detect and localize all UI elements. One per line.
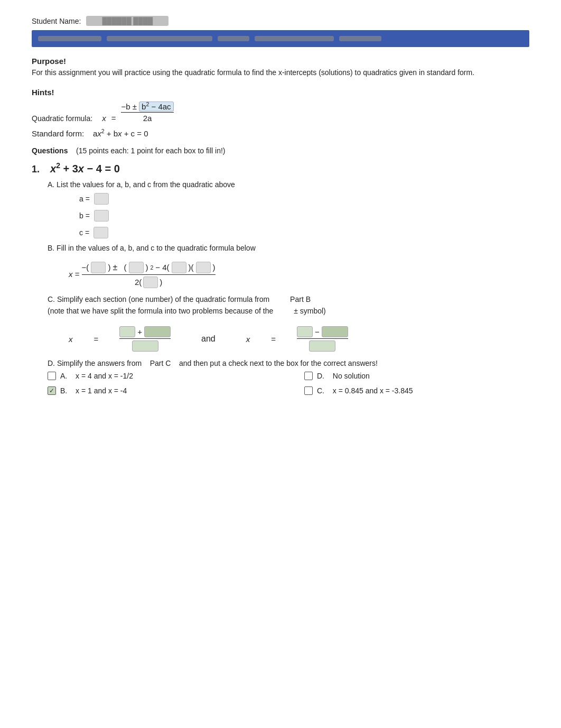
- answer-a-text: x = 4 and x = -1/2: [76, 372, 133, 380]
- student-name-row: Student Name: ██████ ████: [32, 16, 529, 26]
- fill-d-box[interactable]: [196, 262, 211, 273]
- fill-fraction: −() ± ()2 − 4()() 2(): [82, 262, 216, 288]
- problem-1: 1. x2 + 3x − 4 = 0: [32, 161, 529, 175]
- part-b-ref: Part B: [290, 295, 311, 303]
- problem-1-equation: x2 + 3x − 4 = 0: [50, 161, 120, 175]
- answers-grid: A. x = 4 and x = -1/2 D. No solution ✓ B…: [48, 372, 529, 395]
- simplify-num-2: −: [297, 326, 348, 339]
- checkbox-b[interactable]: ✓: [48, 386, 56, 395]
- and-text: and: [201, 334, 216, 344]
- banner-seg-1: [38, 36, 101, 41]
- simplify-den-2: [309, 339, 335, 352]
- part-c-label-start: C. Simplify each section (one number) of…: [48, 295, 269, 303]
- simplify-num-1: +: [119, 326, 171, 339]
- part-c-section: C. Simplify each section (one number) of…: [48, 293, 529, 352]
- answer-row-a: A. x = 4 and x = -1/2: [48, 372, 273, 380]
- a-fill-box[interactable]: [94, 193, 109, 205]
- questions-header: Questions (15 points each: 1 point for e…: [32, 146, 529, 155]
- fill-b-box[interactable]: [129, 262, 144, 273]
- quadratic-formula-fraction: −b ± b2 − 4ac 2a: [121, 101, 173, 123]
- part-a-label: A. List the values for a, b, and c from …: [48, 180, 529, 189]
- x-eq-c1: x: [69, 335, 73, 344]
- purpose-text: For this assignment you will practice us…: [32, 67, 529, 78]
- standard-form-block: Standard form: ax2 + bx + c = 0: [32, 128, 529, 138]
- answer-d-label: D.: [317, 372, 329, 380]
- banner-seg-4: [255, 36, 334, 41]
- answer-c-label: C.: [317, 386, 329, 395]
- fill-a-box[interactable]: [91, 262, 106, 273]
- checkbox-d[interactable]: [304, 372, 313, 380]
- b-fill-box[interactable]: [94, 210, 109, 222]
- c-label: c =: [79, 228, 89, 237]
- a-value-row: a =: [79, 193, 529, 205]
- fill-c-box[interactable]: [172, 262, 186, 273]
- shaded-top-2[interactable]: [144, 326, 171, 337]
- formula-fill-block: x = −() ± ()2 − 4()() 2(): [69, 262, 529, 288]
- equals-sign: =: [111, 114, 116, 123]
- x-eq-c2: x: [246, 335, 250, 344]
- part-d-section: D. Simplify the answers from Part C and …: [48, 359, 529, 395]
- banner-seg-2: [107, 36, 212, 41]
- simplify-frac-2: −: [297, 326, 348, 352]
- fill-e-box[interactable]: [143, 277, 158, 288]
- eq-c1: =: [94, 335, 99, 344]
- header-banner: [32, 30, 529, 47]
- pm-symbol-note: ± symbol): [294, 307, 326, 315]
- answer-c-text: x = 0.845 and x = -3.845: [333, 386, 413, 395]
- simplify-formula-row: x = + and x = −: [69, 326, 529, 352]
- answer-b-text: x = 1 and x = -4: [76, 386, 127, 395]
- part-b-section: B. Fill in the values of a, b, and c to …: [48, 244, 529, 288]
- shaded-top-3[interactable]: [297, 326, 313, 337]
- quadratic-formula-label: Quadratic formula:: [32, 114, 92, 123]
- standard-form-eq: ax2 + bx + c = 0: [93, 129, 148, 138]
- standard-form-label: Standard form:: [32, 129, 84, 138]
- purpose-section: Purpose! For this assignment you will pr…: [32, 57, 529, 78]
- purpose-title: Purpose!: [32, 57, 529, 66]
- c-value-row: c =: [79, 227, 529, 238]
- banner-seg-3: [218, 36, 249, 41]
- b-value-row: b =: [79, 210, 529, 222]
- quadratic-formula-block: Quadratic formula: x = −b ± b2 − 4ac 2a: [32, 101, 529, 123]
- fill-denominator: 2(): [135, 275, 162, 288]
- values-list: a = b = c =: [79, 193, 529, 238]
- part-c-label-end: (note that we have split the formula int…: [48, 307, 273, 315]
- part-d-end: and then put a check next to the box for…: [179, 359, 378, 367]
- checkbox-a[interactable]: [48, 372, 56, 380]
- shaded-bottom-1[interactable]: [132, 340, 158, 352]
- answer-row-d: D. No solution: [304, 372, 529, 380]
- shaded-top-4[interactable]: [322, 326, 348, 337]
- part-c-note: C. Simplify each section (one number) of…: [48, 293, 529, 317]
- shaded-top-1[interactable]: [119, 326, 135, 337]
- shaded-bottom-2[interactable]: [309, 340, 335, 352]
- x-eq-b: x: [69, 270, 73, 279]
- checkbox-c[interactable]: [304, 386, 313, 395]
- simplify-frac-1: +: [119, 326, 171, 352]
- answer-row-b: ✓ B. x = 1 and x = -4: [48, 386, 273, 395]
- student-name-label: Student Name:: [32, 17, 81, 25]
- a-label: a =: [79, 195, 90, 203]
- simplify-den-1: [132, 339, 158, 352]
- hints-title: Hints!: [32, 88, 529, 97]
- pm-sign: ±: [113, 263, 117, 272]
- x-var: x: [102, 114, 106, 123]
- part-d-label: D. Simplify the answers from Part C and …: [48, 359, 529, 367]
- answer-b-label: B.: [60, 386, 71, 395]
- eq-c2: =: [271, 335, 276, 344]
- part-a-section: A. List the values for a, b, and c from …: [48, 180, 529, 238]
- eq-sign-b: =: [75, 270, 82, 279]
- part-d-start: D. Simplify the answers from: [48, 359, 142, 367]
- banner-seg-5: [339, 36, 381, 41]
- answer-row-c: C. x = 0.845 and x = -3.845: [304, 386, 529, 395]
- points-note: (15 points each: 1 point for each box to…: [76, 146, 226, 155]
- part-c-ref-d: Part C: [150, 359, 171, 367]
- part-b-label: B. Fill in the values of a, b, and c to …: [48, 244, 529, 252]
- answer-a-label: A.: [60, 372, 71, 380]
- problem-1-number: 1.: [32, 164, 40, 175]
- student-name-value: ██████ ████: [86, 16, 169, 26]
- c-fill-box[interactable]: [94, 227, 108, 238]
- formula-denominator: 2a: [143, 113, 152, 123]
- b-label: b =: [79, 211, 90, 220]
- formula-numerator: −b ± b2 − 4ac: [121, 101, 173, 113]
- answer-d-text: No solution: [333, 372, 370, 380]
- hints-section: Hints! Quadratic formula: x = −b ± b2 − …: [32, 88, 529, 138]
